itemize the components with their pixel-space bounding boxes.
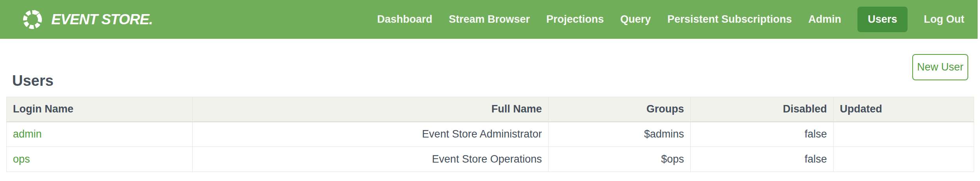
cell-updated xyxy=(834,147,974,172)
nav-item-projections[interactable]: Projections xyxy=(546,13,604,25)
page-header-section: Users New User xyxy=(0,39,980,97)
cell-disabled: false xyxy=(691,147,834,172)
column-header-updated: Updated xyxy=(834,97,974,122)
cell-full-name: Event Store Operations xyxy=(193,147,549,172)
cell-groups: $ops xyxy=(549,147,691,172)
nav-item-log-out[interactable]: Log Out xyxy=(924,13,964,25)
table-row: adminEvent Store Administrator$adminsfal… xyxy=(7,122,974,147)
top-nav: DashboardStream BrowserProjectionsQueryP… xyxy=(377,7,980,32)
nav-item-admin[interactable]: Admin xyxy=(808,13,841,25)
nav-item-stream-browser[interactable]: Stream Browser xyxy=(449,13,530,25)
users-table-body: adminEvent Store Administrator$adminsfal… xyxy=(7,122,974,172)
nav-item-users[interactable]: Users xyxy=(857,7,907,32)
users-table-header: Login NameFull NameGroupsDisabledUpdated xyxy=(7,97,974,122)
table-row: opsEvent Store Operations$opsfalse xyxy=(7,147,974,172)
logo-wordmark: EVENT STORE. xyxy=(51,11,153,28)
page-title: Users xyxy=(12,72,54,89)
cell-login-name: ops xyxy=(7,147,193,172)
event-store-shutter-icon xyxy=(22,9,43,31)
top-header-bar: EVENT STORE. DashboardStream BrowserProj… xyxy=(0,0,980,39)
new-user-button[interactable]: New User xyxy=(912,54,968,80)
cell-disabled: false xyxy=(691,122,834,147)
cell-updated xyxy=(834,122,974,147)
cell-groups: $admins xyxy=(549,122,691,147)
cell-login-name: admin xyxy=(7,122,193,147)
column-header-groups: Groups xyxy=(549,97,691,122)
cell-full-name: Event Store Administrator xyxy=(193,122,549,147)
users-table: Login NameFull NameGroupsDisabledUpdated… xyxy=(6,97,974,172)
column-header-login-name: Login Name xyxy=(7,97,193,122)
nav-item-persistent-subscriptions[interactable]: Persistent Subscriptions xyxy=(667,13,792,25)
event-store-logo[interactable]: EVENT STORE. xyxy=(22,9,153,31)
scrollbar-track[interactable] xyxy=(978,0,980,39)
column-header-disabled: Disabled xyxy=(691,97,834,122)
column-header-full-name: Full Name xyxy=(193,97,549,122)
user-login-link[interactable]: admin xyxy=(13,128,42,140)
header-row: Login NameFull NameGroupsDisabledUpdated xyxy=(7,97,974,122)
user-login-link[interactable]: ops xyxy=(13,153,30,165)
nav-item-dashboard[interactable]: Dashboard xyxy=(377,13,432,25)
nav-item-query[interactable]: Query xyxy=(620,13,651,25)
